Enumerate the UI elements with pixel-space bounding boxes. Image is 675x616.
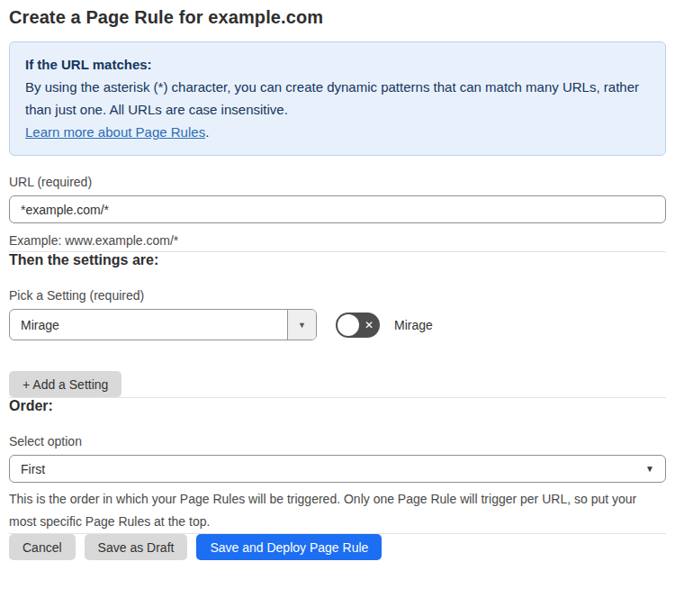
settings-section-heading: Then the settings are:: [9, 252, 666, 268]
order-helper-text: This is the order in which your Page Rul…: [9, 488, 657, 533]
cancel-button[interactable]: Cancel: [9, 534, 76, 560]
info-box-body: By using the asterisk (*) character, you…: [25, 76, 646, 121]
create-page-rule-form: Create a Page Rule for example.com If th…: [0, 0, 675, 560]
link-suffix: .: [205, 124, 209, 140]
order-select-value: First: [21, 462, 45, 476]
order-select[interactable]: First ▼: [9, 455, 666, 483]
pick-setting-label: Pick a Setting (required): [9, 288, 666, 303]
chevron-down-icon: ▼: [645, 464, 654, 474]
select-option-label: Select option: [9, 434, 666, 448]
url-field-label: URL (required): [9, 175, 666, 189]
save-and-deploy-button[interactable]: Save and Deploy Page Rule: [196, 534, 382, 560]
learn-more-link[interactable]: Learn more about Page Rules: [25, 124, 205, 140]
mirage-toggle[interactable]: ✕: [336, 313, 380, 338]
setting-select-arrow-button[interactable]: ▼: [287, 310, 316, 340]
save-as-draft-button[interactable]: Save as Draft: [85, 534, 188, 560]
order-section-heading: Order:: [9, 398, 666, 414]
toggle-label: Mirage: [394, 318, 433, 332]
url-match-info-box: If the URL matches: By using the asteris…: [9, 41, 666, 156]
footer-actions: Cancel Save as Draft Save and Deploy Pag…: [9, 534, 666, 560]
setting-select-value: Mirage: [10, 310, 287, 340]
add-setting-button[interactable]: + Add a Setting: [9, 371, 122, 397]
url-input[interactable]: [9, 195, 666, 223]
info-box-link-line: Learn more about Page Rules.: [25, 121, 650, 143]
toggle-off-x-icon: ✕: [364, 320, 374, 331]
setting-select[interactable]: Mirage ▼: [9, 309, 317, 340]
info-box-heading: If the URL matches:: [25, 53, 650, 76]
toggle-knob: [338, 314, 359, 336]
url-example-helper: Example: www.example.com/*: [9, 230, 666, 251]
chevron-down-icon: ▼: [298, 321, 306, 330]
page-title: Create a Page Rule for example.com: [9, 7, 666, 28]
setting-row: Mirage ▼ ✕ Mirage: [9, 309, 666, 340]
